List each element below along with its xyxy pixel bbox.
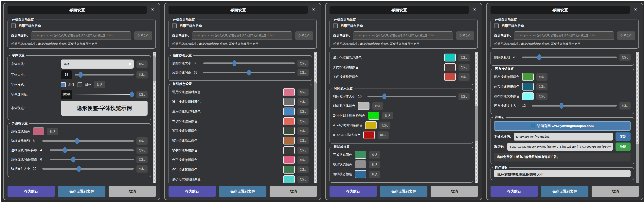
slider-thumb[interactable] <box>537 54 541 60</box>
font-family-select[interactable]: 黑体 <box>61 59 134 69</box>
scrollbar-track[interactable]: ▲ <box>153 52 156 183</box>
save-as-default-button[interactable]: 存为默认 <box>330 186 377 197</box>
slider-thumb[interactable] <box>130 92 134 97</box>
default-button[interactable]: 默认 <box>369 171 380 178</box>
save-settings-to-file-button[interactable]: 保存设置到文件 <box>58 186 105 197</box>
color-swatch[interactable] <box>283 146 295 154</box>
slider-track[interactable] <box>50 149 134 151</box>
color-swatch[interactable] <box>283 88 295 96</box>
color-swatch[interactable] <box>355 170 366 178</box>
default-button[interactable]: 默认 <box>372 102 383 110</box>
default-button[interactable]: 默认 <box>369 161 380 168</box>
autostart-file-input[interactable]: scan-pbr.com/自动化代码/桌面备忘录项目/演示文件标注图.hidn <box>192 31 292 40</box>
default-button[interactable]: 默认 <box>620 102 630 110</box>
color-swatch[interactable] <box>283 175 295 183</box>
color-swatch[interactable] <box>368 112 379 120</box>
default-button[interactable]: 默认 <box>298 98 308 106</box>
default-button[interactable]: 默认 <box>298 137 308 144</box>
default-button[interactable]: 默认 <box>458 93 470 100</box>
slider-thumb[interactable] <box>247 70 251 75</box>
scrollbar-thumb[interactable] <box>314 82 317 110</box>
color-swatch[interactable] <box>283 166 295 174</box>
cancel-button[interactable]: 取消 <box>592 186 639 197</box>
scrollbar-track[interactable] <box>314 52 317 183</box>
slider-thumb[interactable] <box>232 60 236 66</box>
default-button[interactable]: 默认 <box>136 156 148 163</box>
choose-file-button[interactable]: 选择文件 <box>617 31 635 40</box>
slider-track[interactable] <box>75 74 134 75</box>
scrollbar-thumb[interactable] <box>153 56 156 81</box>
slider-track[interactable] <box>50 159 134 160</box>
machine-code-input[interactable]: LPgDKSDtyePfV1YE1imZ <box>514 133 613 141</box>
autostart-file-input[interactable]: scan-pbr.com/自动化代码/桌面备忘录项目/演示文件标注图.hidn <box>31 31 131 40</box>
slider-thumb[interactable] <box>77 166 81 172</box>
color-swatch[interactable] <box>522 83 534 91</box>
color-swatch[interactable] <box>363 131 375 139</box>
close-button[interactable]: X <box>149 8 156 12</box>
autostart-file-input[interactable]: scan-pbr.com/自动化代码/桌面备忘录项目/演示文件标注图.hidn <box>514 31 614 40</box>
cancel-button[interactable]: 取消 <box>430 186 478 197</box>
default-button[interactable]: 默认 <box>298 147 308 154</box>
default-button[interactable]: 默认 <box>298 60 308 67</box>
save-as-default-button[interactable]: 存为默认 <box>8 186 55 197</box>
scrollbar-track[interactable] <box>475 52 478 183</box>
color-swatch[interactable] <box>444 73 456 81</box>
slider-thumb[interactable] <box>79 72 83 78</box>
save-settings-to-file-button[interactable]: 保存设置到文件 <box>380 186 427 197</box>
color-swatch[interactable] <box>355 151 366 159</box>
bold-checkbox[interactable] <box>61 82 66 87</box>
slider-track[interactable] <box>75 94 134 95</box>
autostart-checkbox[interactable] <box>333 23 338 28</box>
color-swatch[interactable] <box>33 128 44 135</box>
default-button[interactable]: 默认 <box>458 54 470 61</box>
slider-thumb[interactable] <box>75 138 79 144</box>
default-button[interactable]: 默认 <box>369 151 380 159</box>
slider-track[interactable] <box>42 168 134 170</box>
color-swatch[interactable] <box>355 161 366 168</box>
default-button[interactable]: 默认 <box>136 91 148 98</box>
save-settings-to-file-button[interactable]: 保存设置到文件 <box>541 186 588 197</box>
color-swatch[interactable] <box>283 108 295 115</box>
choose-file-button[interactable]: 选择文件 <box>295 31 313 40</box>
color-swatch[interactable] <box>365 121 376 129</box>
save-as-default-button[interactable]: 存为默认 <box>168 186 216 197</box>
autostart-checkbox[interactable] <box>172 23 177 28</box>
default-button[interactable]: 默认 <box>379 122 390 129</box>
copy-button[interactable]: 复制 <box>616 132 630 141</box>
default-button[interactable]: 默认 <box>136 137 148 145</box>
slider-thumb[interactable] <box>71 157 75 163</box>
cancel-button[interactable]: 取消 <box>108 186 156 197</box>
autostart-checkbox[interactable] <box>494 23 499 28</box>
default-button[interactable]: 默认 <box>458 64 470 71</box>
color-swatch[interactable] <box>444 63 456 71</box>
activation-code-input[interactable]: :LACriqvaOkM0U6HEvKmezfRmnQHtTBjmcL2iIBx… <box>507 143 613 151</box>
close-button[interactable]: X <box>471 8 478 12</box>
slider-track[interactable] <box>522 56 617 58</box>
default-button[interactable]: 默认 <box>536 73 548 81</box>
slider-thumb[interactable] <box>63 147 67 153</box>
default-button[interactable]: 默认 <box>298 108 308 115</box>
color-swatch[interactable] <box>444 54 456 61</box>
default-button[interactable]: 默认 <box>136 147 148 154</box>
save-as-default-button[interactable]: 存为默认 <box>490 186 538 197</box>
default-button[interactable]: 默认 <box>94 81 105 88</box>
default-button[interactable]: 默认 <box>298 89 308 96</box>
default-button[interactable]: 默认 <box>378 131 389 139</box>
default-button[interactable]: 默认 <box>536 83 548 90</box>
color-swatch[interactable] <box>283 117 295 125</box>
slider-track[interactable] <box>42 140 134 142</box>
default-button[interactable]: 默认 <box>136 60 148 68</box>
default-button[interactable]: 默认 <box>47 128 58 135</box>
default-button[interactable]: 默认 <box>620 54 630 61</box>
color-swatch[interactable] <box>283 137 295 145</box>
color-swatch[interactable] <box>522 73 534 81</box>
slider-track[interactable] <box>203 62 295 64</box>
save-settings-to-file-button[interactable]: 保存设置到文件 <box>219 186 266 197</box>
scroll-up-arrow[interactable]: ▲ <box>153 52 156 55</box>
default-button[interactable]: 默认 <box>536 93 548 100</box>
default-button[interactable]: 默认 <box>136 71 148 78</box>
scrollbar-track[interactable] <box>636 52 639 183</box>
color-swatch[interactable] <box>283 156 295 164</box>
default-button[interactable]: 默认 <box>298 127 308 135</box>
slider-thumb[interactable] <box>560 103 564 109</box>
